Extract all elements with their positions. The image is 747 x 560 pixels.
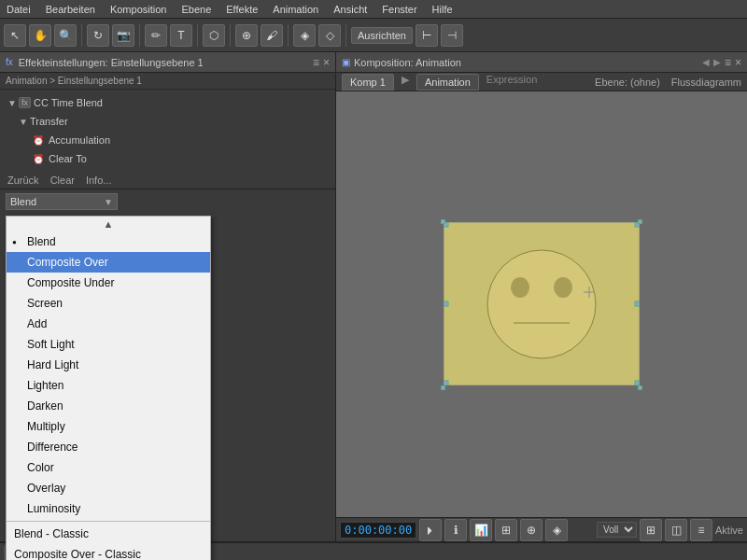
tree-item-clear-to[interactable]: ⏰ Clear To — [0, 149, 335, 168]
dropdown-item-lighten[interactable]: Lighten — [7, 375, 210, 396]
dropdown-item-label: Color — [27, 461, 54, 474]
quality-select[interactable]: Voll — [597, 522, 637, 538]
tree-item-transfer[interactable]: ▼ Transfer — [0, 112, 335, 131]
comp-info-btn[interactable]: ℹ — [444, 519, 467, 541]
comp-mask-btn[interactable]: ⊕ — [520, 519, 543, 541]
separator-5 — [288, 24, 289, 47]
comp-extra3-btn[interactable]: ◫ — [665, 519, 687, 541]
tool-extra1[interactable]: ◈ — [293, 24, 316, 47]
dropdown-item-add[interactable]: Add — [7, 314, 210, 334]
handle-tr[interactable] — [638, 219, 642, 224]
panel-fx-icon: fx — [6, 57, 13, 67]
menu-hilfe[interactable]: Hilfe — [430, 4, 456, 15]
tab-komp1[interactable]: Komp 1 — [342, 74, 394, 91]
dropdown-item-composite-over-classic[interactable]: Composite Over - Classic — [7, 544, 210, 560]
tree-label-transfer: Transfer — [30, 116, 68, 127]
tree-item-cc-time-blend[interactable]: ▼ fx CC Time Blend — [0, 93, 335, 112]
comp-play-btn[interactable]: ⏵ — [419, 519, 442, 541]
dropdown-item-hard-light[interactable]: Hard Light — [7, 355, 210, 375]
dropdown-item-soft-light[interactable]: Soft Light — [7, 334, 210, 355]
tool-pen[interactable]: ✏ — [145, 24, 167, 47]
dropdown-item-label: Blend — [27, 235, 56, 248]
tab-animation[interactable]: Animation — [416, 74, 479, 91]
menu-ebene[interactable]: Ebene — [178, 4, 214, 15]
clock-icon: ⏰ — [32, 133, 45, 147]
chevron-right-icon[interactable]: ▶ — [713, 57, 721, 67]
handle-tl[interactable] — [441, 219, 445, 224]
dropdown-item-label: Overlay — [27, 482, 65, 495]
menu-komposition[interactable]: Komposition — [107, 4, 170, 15]
comp-extra4-btn[interactable]: ≡ — [690, 519, 712, 541]
dropdown-item-difference[interactable]: Difference — [7, 437, 210, 457]
tool-align1[interactable]: ⊢ — [416, 24, 438, 47]
canvas-wrapper — [444, 222, 640, 387]
clear-button[interactable]: Clear — [47, 174, 78, 187]
tree-item-accumulation[interactable]: ⏰ Accumulation — [0, 131, 335, 149]
tab-expression[interactable]: Expression — [483, 74, 541, 91]
zuruck-button[interactable]: Zurück — [4, 174, 43, 187]
tree-label-cc-time-blend: CC Time Blend — [34, 97, 103, 108]
blend-select[interactable]: Blend ▼ — [6, 193, 118, 210]
svg-rect-13 — [444, 301, 448, 306]
dropdown-item-overlay[interactable]: Overlay — [7, 478, 210, 498]
tab-nav-right[interactable]: ▶ — [398, 74, 413, 91]
menu-bearbeiten[interactable]: Bearbeiten — [43, 4, 98, 15]
dropdown-item-darken[interactable]: Darken — [7, 396, 210, 416]
handle-bl[interactable] — [441, 385, 445, 390]
menu-datei[interactable]: Datei — [4, 4, 34, 15]
tool-hand[interactable]: ✋ — [29, 24, 51, 47]
dropdown-item-screen[interactable]: Screen — [7, 293, 210, 314]
tool-brush[interactable]: 🖌 — [261, 24, 283, 47]
dropdown-item-blend[interactable]: Blend — [7, 231, 210, 252]
panel-close-button[interactable]: × — [323, 56, 330, 69]
handle-br[interactable] — [638, 385, 642, 390]
comp-graph-btn[interactable]: 📊 — [470, 519, 492, 541]
comp-extra-btn[interactable]: ◈ — [545, 519, 568, 541]
panel-menu-icon[interactable]: ≡ — [313, 56, 319, 69]
tool-zoom[interactable]: 🔍 — [54, 24, 77, 47]
tool-extra2[interactable]: ◇ — [318, 24, 341, 47]
main-area: fx Effekteinstellungen: Einstellungseben… — [0, 52, 747, 541]
dropdown-item-label: Add — [27, 317, 47, 330]
tool-rotation[interactable]: ↻ — [87, 24, 109, 47]
ausrichten-button[interactable]: Ausrichten — [351, 27, 413, 44]
tab-area: Komp 1 ▶ Animation Expression — [342, 74, 541, 91]
tool-camera[interactable]: 📷 — [112, 24, 134, 47]
dropdown-item-label: Composite Under — [27, 276, 114, 289]
comp-menu-icon[interactable]: ≡ — [725, 56, 731, 69]
tool-shape[interactable]: ⬡ — [203, 24, 225, 47]
dropdown-item-color[interactable]: Color — [7, 457, 210, 478]
comp-extra2-btn[interactable]: ⊞ — [640, 519, 662, 541]
top-controls: Zurück Clear Info... — [0, 172, 335, 189]
dropdown-item-composite-over[interactable]: Composite Over — [7, 252, 210, 273]
dropdown-item-multiply[interactable]: Multiply — [7, 416, 210, 437]
dropdown-item-label: Multiply — [27, 420, 65, 433]
dropdown-item-label: Hard Light — [27, 358, 78, 371]
tree-label-accumulation: Accumulation — [49, 134, 110, 146]
dropdown-item-label: Composite Over — [27, 256, 108, 269]
tree-label-clear-to: Clear To — [49, 153, 87, 164]
chevron-left-icon[interactable]: ◀ — [702, 57, 710, 67]
dropdown-item-blend-classic[interactable]: Blend - Classic — [7, 524, 210, 544]
menu-fenster[interactable]: Fenster — [379, 4, 419, 15]
comp-close-button[interactable]: × — [735, 56, 741, 69]
tool-select[interactable]: ↖ — [4, 24, 26, 47]
comp-snap-btn[interactable]: ⊞ — [495, 519, 517, 541]
menu-effekte[interactable]: Effekte — [223, 4, 261, 15]
comp-header: ▣ Komposition: Animation ◀ ▶ ≡ × — [336, 52, 747, 73]
breadcrumb: Animation > Einstellungsebene 1 — [0, 73, 335, 90]
menubar: Datei Bearbeiten Komposition Ebene Effek… — [0, 0, 747, 19]
menu-animation[interactable]: Animation — [270, 4, 321, 15]
comp-timecode: 0:00:00:00 — [340, 522, 416, 539]
tool-clone[interactable]: ⊕ — [235, 24, 258, 47]
info-button[interactable]: Info... — [82, 174, 116, 187]
tool-text[interactable]: T — [170, 24, 192, 47]
toolbar: ↖ ✋ 🔍 ↻ 📷 ✏ T ⬡ ⊕ 🖌 ◈ ◇ Ausrichten ⊢ ⊣ — [0, 19, 747, 52]
dropdown-item-label: Luminosity — [27, 502, 80, 515]
blend-dropdown-menu: ▲ Blend Composite Over Composite Under S… — [6, 216, 211, 560]
tool-align2[interactable]: ⊣ — [441, 24, 463, 47]
menu-ansicht[interactable]: Ansicht — [331, 4, 370, 15]
dropdown-item-luminosity[interactable]: Luminosity — [7, 498, 210, 519]
dropdown-item-composite-under[interactable]: Composite Under — [7, 273, 210, 293]
scroll-up-button[interactable]: ▲ — [7, 217, 210, 231]
